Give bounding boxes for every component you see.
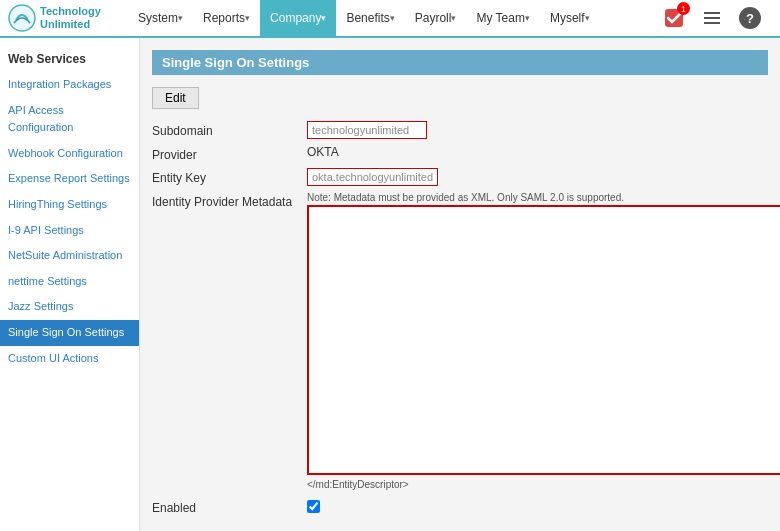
help-icon: ? <box>739 7 761 29</box>
nav-item-system[interactable]: System <box>128 0 193 37</box>
enabled-label: Enabled <box>152 498 307 515</box>
main-layout: Web Services Integration Packages API Ac… <box>0 38 780 531</box>
logo-icon <box>8 4 36 32</box>
nav-right: 1 ? <box>660 4 772 32</box>
sidebar-item-webhook[interactable]: Webhook Configuration <box>0 141 139 167</box>
sidebar-item-netsuite[interactable]: NetSuite Administration <box>0 243 139 269</box>
metadata-row: Identity Provider Metadata Note: Metadat… <box>152 192 768 490</box>
sidebar-item-hiringthing[interactable]: HiringThing Settings <box>0 192 139 218</box>
top-nav: Technology Unlimited System Reports Comp… <box>0 0 780 38</box>
menu-button[interactable] <box>698 4 726 32</box>
provider-label: Provider <box>152 145 307 162</box>
help-button[interactable]: ? <box>736 4 764 32</box>
sidebar-item-expense-report[interactable]: Expense Report Settings <box>0 166 139 192</box>
notifications-button[interactable]: 1 <box>660 4 688 32</box>
sidebar-item-sso[interactable]: Single Sign On Settings <box>0 320 139 346</box>
entity-key-label: Entity Key <box>152 168 307 185</box>
menu-icon <box>702 8 722 28</box>
metadata-hint-top: Note: Metadata must be provided as XML. … <box>307 192 780 203</box>
content-area: Single Sign On Settings Edit Subdomain t… <box>140 38 780 531</box>
sidebar-item-custom-ui[interactable]: Custom UI Actions <box>0 346 139 372</box>
badge-count: 1 <box>677 2 690 15</box>
page-title: Single Sign On Settings <box>152 50 768 75</box>
sidebar-item-nettime[interactable]: nettime Settings <box>0 269 139 295</box>
nav-item-myself[interactable]: Myself <box>540 0 600 37</box>
nav-item-company[interactable]: Company <box>260 0 336 37</box>
nav-item-payroll[interactable]: Payroll <box>405 0 467 37</box>
sidebar-item-jazz[interactable]: Jazz Settings <box>0 294 139 320</box>
nav-item-benefits[interactable]: Benefits <box>336 0 404 37</box>
nav-item-myteam[interactable]: My Team <box>466 0 539 37</box>
logo-text: Technology Unlimited <box>40 5 101 31</box>
nav-items: System Reports Company Benefits Payroll … <box>128 0 660 37</box>
svg-rect-2 <box>704 12 720 14</box>
subdomain-row: Subdomain technologyunlimited <box>152 121 768 139</box>
entity-key-input[interactable]: okta.technologyunlimited <box>307 168 438 186</box>
metadata-footer: </md:EntityDescriptor> <box>307 479 780 490</box>
enabled-checkbox[interactable] <box>307 500 320 513</box>
sidebar: Web Services Integration Packages API Ac… <box>0 38 140 531</box>
edit-button[interactable]: Edit <box>152 87 199 109</box>
provider-value: OKTA <box>307 145 339 159</box>
metadata-label: Identity Provider Metadata <box>152 192 307 209</box>
sidebar-item-api-access[interactable]: API Access Configuration <box>0 98 139 141</box>
sidebar-item-i9-api[interactable]: I-9 API Settings <box>0 218 139 244</box>
sidebar-item-integration-packages[interactable]: Integration Packages <box>0 72 139 98</box>
provider-row: Provider OKTA <box>152 145 768 162</box>
svg-rect-3 <box>704 17 720 19</box>
svg-rect-4 <box>704 22 720 24</box>
enabled-row: Enabled <box>152 498 768 515</box>
nav-item-reports[interactable]: Reports <box>193 0 260 37</box>
subdomain-label: Subdomain <box>152 121 307 138</box>
subdomain-input[interactable]: technologyunlimited <box>307 121 427 139</box>
logo-area: Technology Unlimited <box>8 4 128 32</box>
metadata-textarea[interactable] <box>307 205 780 475</box>
sidebar-section-title: Web Services <box>0 48 139 72</box>
entity-key-row: Entity Key okta.technologyunlimited <box>152 168 768 186</box>
